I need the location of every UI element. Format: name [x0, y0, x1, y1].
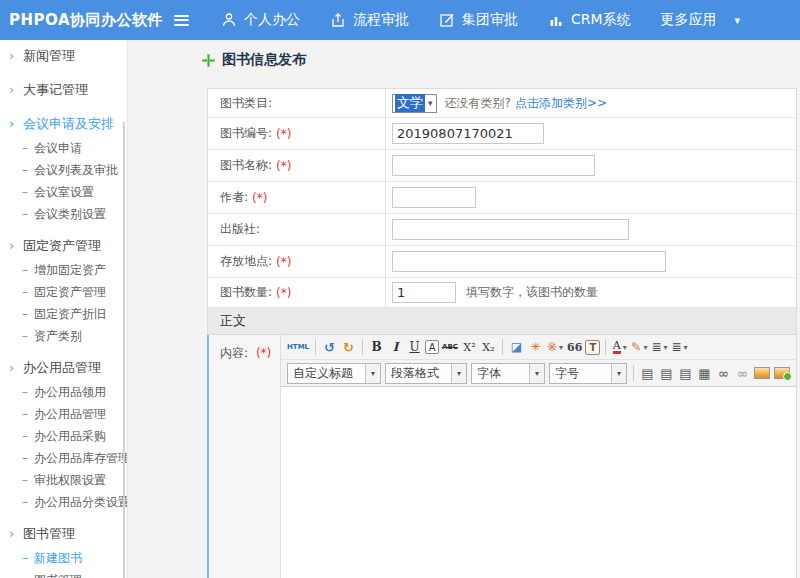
- nav-label: 更多应用: [661, 11, 717, 29]
- nav-group-approval[interactable]: 集团审批: [439, 11, 518, 29]
- nav-crm-system[interactable]: CRM系统: [548, 11, 631, 29]
- redo-icon[interactable]: ↻: [340, 338, 357, 357]
- quantity-hint: 填写数字，该图书的数量: [466, 284, 598, 301]
- sidebar-item-meeting-list-approval[interactable]: –会议列表及审批: [0, 159, 127, 181]
- form-row-publisher: 出版社:: [208, 214, 796, 246]
- sidebar-item-supplies-purchase[interactable]: –办公用品采购: [0, 425, 127, 447]
- sidebar-group-news[interactable]: ›新闻管理: [0, 43, 127, 69]
- sidebar-item-supplies-management[interactable]: –办公用品管理: [0, 403, 127, 425]
- html-source-icon[interactable]: HTML: [286, 338, 310, 357]
- upload-icon: [330, 12, 346, 28]
- required-mark: (*): [252, 191, 267, 205]
- nav-label: 集团审批: [462, 11, 518, 29]
- sidebar-item-label: 资产类别: [34, 329, 82, 343]
- insert-online-image-icon[interactable]: [773, 364, 791, 383]
- sidebar-group-books[interactable]: ›图书管理: [0, 521, 127, 547]
- sidebar-item-book-management[interactable]: –图书管理: [0, 569, 127, 578]
- align-justify-icon[interactable]: ▦: [696, 364, 713, 383]
- form-row-author: 作者:(*): [208, 182, 796, 214]
- field-label: 出版社:: [220, 221, 260, 238]
- superscript-icon[interactable]: X²: [461, 338, 478, 357]
- sidebar-group-office-supplies[interactable]: ›办公用品管理: [0, 355, 127, 381]
- field-label: 作者:: [220, 189, 248, 206]
- dash-icon: –: [22, 447, 28, 469]
- align-right-icon[interactable]: ▤: [677, 364, 694, 383]
- publisher-input[interactable]: [392, 219, 629, 240]
- clear-format-icon[interactable]: ✳: [527, 338, 544, 357]
- strikethrough-icon[interactable]: ABC: [441, 338, 459, 357]
- sidebar-item-fixed-asset-depreciation[interactable]: –固定资产折旧: [0, 303, 127, 325]
- chevron-down-icon: ▾: [365, 364, 380, 383]
- category-select[interactable]: 文学 ▾: [392, 94, 437, 113]
- nav-more-apps[interactable]: 更多应用: [661, 11, 717, 29]
- dash-icon: –: [22, 569, 28, 578]
- book-code-input[interactable]: [392, 123, 544, 144]
- template-icon[interactable]: T: [585, 340, 600, 355]
- undo-icon[interactable]: ↺: [321, 338, 338, 357]
- insert-image-icon[interactable]: [753, 364, 771, 383]
- link-icon[interactable]: ∞: [715, 364, 732, 383]
- form-row-location: 存放地点:(*): [208, 246, 796, 278]
- sidebar-group-memorabilia[interactable]: ›大事记管理: [0, 77, 127, 103]
- italic-icon[interactable]: I: [387, 338, 404, 357]
- sidebar-group-meeting[interactable]: ›会议申请及安排: [0, 111, 127, 137]
- sidebar-item-meeting-category-settings[interactable]: –会议类别设置: [0, 203, 127, 225]
- dash-icon: –: [22, 547, 28, 569]
- ordered-list-icon[interactable]: ≣▾: [650, 338, 668, 357]
- bold-icon[interactable]: B: [368, 338, 385, 357]
- unlink-icon[interactable]: ∞: [734, 364, 751, 383]
- author-input[interactable]: [392, 187, 476, 208]
- custom-title-select[interactable]: 自定义标题▾: [287, 363, 381, 384]
- unordered-list-icon[interactable]: ≣▾: [671, 338, 689, 357]
- editor-content[interactable]: [281, 387, 796, 578]
- eraser-icon[interactable]: ◪: [508, 338, 525, 357]
- nav-personal-office[interactable]: 个人办公: [221, 11, 300, 29]
- sidebar-item-approval-permission-settings[interactable]: –审批权限设置: [0, 469, 127, 491]
- chevron-down-icon[interactable]: ▾: [735, 14, 741, 27]
- sidebar-item-new-book[interactable]: –新建图书: [0, 547, 127, 569]
- required-mark: (*): [276, 127, 291, 141]
- toolbar-separator: [502, 339, 503, 355]
- quantity-input[interactable]: [392, 282, 456, 303]
- font-border-icon[interactable]: A: [425, 340, 439, 354]
- field-label: 存放地点:: [220, 253, 272, 270]
- sidebar-item-supplies-receive[interactable]: –办公用品领用: [0, 381, 127, 403]
- sidebar-item-fixed-asset-management[interactable]: –固定资产管理: [0, 281, 127, 303]
- sidebar-item-label: 会议类别设置: [34, 207, 106, 221]
- highlight-icon[interactable]: ✎▾: [630, 338, 648, 357]
- sidebar-item-meeting-apply[interactable]: –会议申请: [0, 137, 127, 159]
- chevron-right-icon: ›: [9, 233, 23, 259]
- chevron-right-icon: ›: [9, 43, 23, 69]
- font-size-select[interactable]: 字号▾: [549, 363, 627, 384]
- sidebar-item-add-fixed-asset[interactable]: –增加固定资产: [0, 259, 127, 281]
- paragraph-format-select[interactable]: 段落格式▾: [385, 363, 467, 384]
- nav-workflow-approval[interactable]: 流程审批: [330, 11, 409, 29]
- required-mark: (*): [276, 255, 291, 269]
- nav-label: 个人办公: [244, 11, 300, 29]
- align-center-icon[interactable]: ▤: [658, 364, 675, 383]
- sidebar-item-supplies-inventory[interactable]: –办公用品库存管理: [0, 447, 127, 469]
- chevron-right-icon: ›: [9, 77, 23, 103]
- dash-icon: –: [22, 259, 28, 281]
- font-family-select[interactable]: 字体▾: [471, 363, 545, 384]
- auto-typeset-icon[interactable]: ※▾: [546, 338, 564, 357]
- add-category-link[interactable]: 点击添加类别>>: [515, 95, 607, 112]
- sidebar-group-label: 大事记管理: [23, 82, 88, 97]
- sidebar-item-meeting-room-settings[interactable]: –会议室设置: [0, 181, 127, 203]
- sidebar-group-fixed-assets[interactable]: ›固定资产管理: [0, 233, 127, 259]
- main-content: 图书信息发布 图书类目: 文学 ▾ 还没有类别? 点击添加类别>> 图书编号:(…: [128, 40, 800, 578]
- align-left-icon[interactable]: ▤: [639, 364, 656, 383]
- sidebar-item-asset-category[interactable]: –资产类别: [0, 325, 127, 347]
- required-mark: (*): [276, 159, 291, 173]
- dash-icon: –: [22, 491, 28, 513]
- underline-icon[interactable]: U: [406, 338, 423, 357]
- sidebar-item-supplies-category-settings[interactable]: –办公用品分类设置: [0, 491, 127, 513]
- blockquote-icon[interactable]: 66: [566, 338, 583, 357]
- body-section-title: 正文: [208, 312, 246, 330]
- location-input[interactable]: [392, 251, 666, 272]
- book-name-input[interactable]: [392, 155, 595, 176]
- subscript-icon[interactable]: X₂: [480, 338, 497, 357]
- menu-toggle-icon[interactable]: [174, 15, 189, 26]
- font-color-icon[interactable]: A▾: [611, 338, 628, 357]
- sidebar-scrollbar[interactable]: [123, 122, 125, 578]
